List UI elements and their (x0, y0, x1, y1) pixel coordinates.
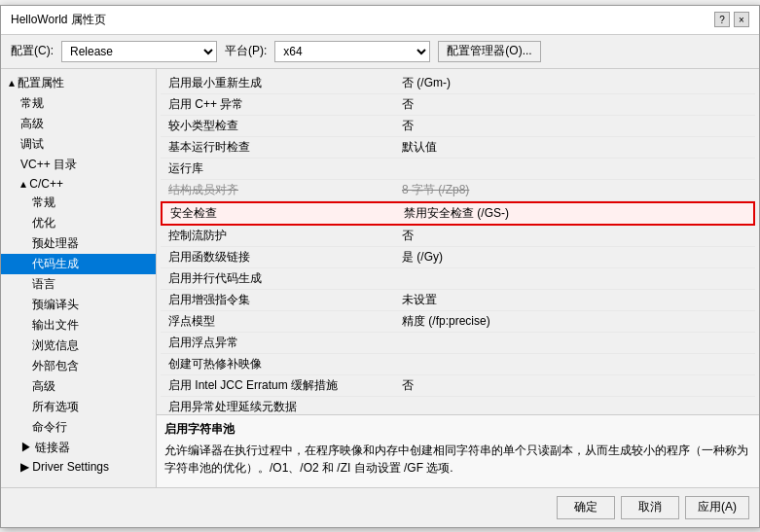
prop-value-10: 未设置 (394, 290, 755, 310)
prop-row-5[interactable]: 结构成员对齐8 字节 (/Zp8) (161, 180, 755, 201)
prop-row-6[interactable]: 安全检查禁用安全检查 (/GS-) (161, 201, 755, 226)
platform-label: 平台(P): (225, 43, 267, 59)
sidebar-item-高级2[interactable]: 高级 (1, 376, 156, 397)
sidebar-item-常规[interactable]: 常规 (1, 93, 156, 114)
sidebar-item-高级[interactable]: 高级 (1, 114, 156, 134)
prop-name-15: 启用异常处理延续元数据 (161, 397, 394, 414)
prop-name-10: 启用增强指令集 (161, 290, 394, 310)
prop-name-0: 启用最小重新生成 (161, 73, 394, 93)
prop-value-9 (394, 268, 755, 289)
sidebar-item-Driver Settings[interactable]: ▶ Driver Settings (1, 458, 156, 476)
ok-button[interactable]: 确定 (557, 496, 615, 519)
dialog-title: HelloWorld 属性页 (11, 12, 106, 28)
sidebar-item-VC++ 目录[interactable]: VC++ 目录 (1, 155, 156, 175)
prop-name-7: 控制流防护 (161, 226, 394, 246)
prop-value-3: 默认值 (394, 137, 755, 158)
apply-button[interactable]: 应用(A) (685, 496, 749, 519)
description-text: 允许编译器在执行过程中，在程序映像和内存中创建相同字符串的单个只读副本，从而生成… (164, 442, 751, 477)
sidebar-item-预编译头[interactable]: 预编译头 (1, 295, 156, 315)
properties-table: 启用最小重新生成否 (/Gm-)启用 C++ 异常否较小类型检查否基本运行时检查… (157, 69, 759, 414)
main-panel: 启用最小重新生成否 (/Gm-)启用 C++ 异常否较小类型检查否基本运行时检查… (157, 69, 759, 487)
prop-value-4 (394, 159, 755, 179)
prop-name-13: 创建可热修补映像 (161, 354, 394, 374)
sidebar-item-常规2[interactable]: 常规 (1, 193, 156, 213)
description-title: 启用字符串池 (164, 421, 751, 438)
prop-name-14: 启用 Intel JCC Erratum 缓解措施 (161, 375, 394, 396)
prop-name-6: 安全检查 (163, 203, 396, 224)
prop-name-12: 启用浮点异常 (161, 333, 394, 353)
prop-row-14[interactable]: 启用 Intel JCC Erratum 缓解措施否 (161, 375, 755, 397)
prop-row-15[interactable]: 启用异常处理延续元数据 (161, 397, 755, 414)
description-box: 启用字符串池 允许编译器在执行过程中，在程序映像和内存中创建相同字符串的单个只读… (157, 414, 759, 487)
prop-name-4: 运行库 (161, 159, 394, 179)
prop-value-8: 是 (/Gy) (394, 247, 755, 267)
title-controls: ? × (714, 12, 749, 27)
sidebar-item-所有选项[interactable]: 所有选项 (1, 397, 156, 417)
sidebar-item-链接器[interactable]: ▶ 链接器 (1, 438, 156, 458)
sidebar-item-外部包含[interactable]: 外部包含 (1, 356, 156, 376)
config-label: 配置(C): (11, 43, 54, 59)
config-select[interactable]: Release (61, 41, 217, 62)
sidebar-item-优化[interactable]: 优化 (1, 213, 156, 233)
sidebar: ▴ 配置属性常规高级调试VC++ 目录▴ C/C++常规优化预处理器代码生成语言… (1, 69, 157, 487)
prop-value-7: 否 (394, 226, 755, 246)
prop-row-11[interactable]: 浮点模型精度 (/fp:precise) (161, 311, 755, 333)
prop-row-7[interactable]: 控制流防护否 (161, 226, 755, 247)
prop-value-12 (394, 333, 755, 353)
prop-name-3: 基本运行时检查 (161, 137, 394, 158)
sidebar-item-C/C++[interactable]: ▴ C/C++ (1, 175, 156, 193)
config-manager-button[interactable]: 配置管理器(O)... (438, 41, 540, 62)
sidebar-item-语言[interactable]: 语言 (1, 274, 156, 295)
sidebar-item-命令行[interactable]: 命令行 (1, 417, 156, 438)
prop-value-13 (394, 354, 755, 374)
prop-row-9[interactable]: 启用并行代码生成 (161, 268, 755, 290)
platform-select[interactable]: x64 (274, 41, 430, 62)
prop-value-11: 精度 (/fp:precise) (394, 311, 755, 332)
prop-name-5: 结构成员对齐 (161, 180, 394, 200)
prop-name-11: 浮点模型 (161, 311, 394, 332)
prop-value-14: 否 (394, 375, 755, 396)
prop-name-9: 启用并行代码生成 (161, 268, 394, 289)
sidebar-item-输出文件[interactable]: 输出文件 (1, 315, 156, 336)
close-button[interactable]: × (734, 12, 749, 27)
sidebar-item-配置属性[interactable]: ▴ 配置属性 (1, 73, 156, 93)
prop-value-6: 禁用安全检查 (/GS-) (396, 203, 753, 224)
prop-value-1: 否 (394, 94, 755, 115)
prop-name-2: 较小类型检查 (161, 116, 394, 136)
prop-row-2[interactable]: 较小类型检查否 (161, 116, 755, 137)
sidebar-item-代码生成[interactable]: 代码生成 (1, 254, 156, 274)
prop-row-3[interactable]: 基本运行时检查默认值 (161, 137, 755, 159)
content-area: ▴ 配置属性常规高级调试VC++ 目录▴ C/C++常规优化预处理器代码生成语言… (1, 69, 759, 487)
sidebar-item-浏览信息[interactable]: 浏览信息 (1, 336, 156, 356)
sidebar-item-调试[interactable]: 调试 (1, 134, 156, 155)
prop-value-5: 8 字节 (/Zp8) (394, 180, 755, 200)
prop-value-0: 否 (/Gm-) (394, 73, 755, 93)
toolbar: 配置(C): Release 平台(P): x64 配置管理器(O)... (1, 35, 759, 69)
prop-row-10[interactable]: 启用增强指令集未设置 (161, 290, 755, 311)
prop-row-0[interactable]: 启用最小重新生成否 (/Gm-) (161, 73, 755, 94)
prop-row-12[interactable]: 启用浮点异常 (161, 333, 755, 354)
footer: 确定 取消 应用(A) (1, 487, 759, 527)
prop-value-15 (394, 397, 755, 414)
prop-row-8[interactable]: 启用函数级链接是 (/Gy) (161, 247, 755, 268)
dialog-window: HelloWorld 属性页 ? × 配置(C): Release 平台(P):… (0, 5, 760, 528)
prop-name-8: 启用函数级链接 (161, 247, 394, 267)
prop-row-4[interactable]: 运行库 (161, 159, 755, 180)
sidebar-item-预处理器[interactable]: 预处理器 (1, 233, 156, 254)
help-button[interactable]: ? (714, 12, 730, 27)
prop-value-2: 否 (394, 116, 755, 136)
prop-row-13[interactable]: 创建可热修补映像 (161, 354, 755, 375)
title-bar: HelloWorld 属性页 ? × (1, 6, 759, 35)
prop-name-1: 启用 C++ 异常 (161, 94, 394, 115)
cancel-button[interactable]: 取消 (621, 496, 679, 519)
prop-row-1[interactable]: 启用 C++ 异常否 (161, 94, 755, 116)
